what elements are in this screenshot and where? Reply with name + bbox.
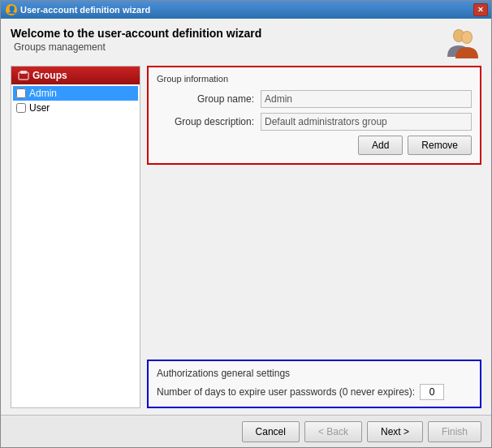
header-icon-area (442, 27, 481, 59)
auth-settings-box: Authorizations general settings Number o… (147, 360, 481, 408)
group-admin-label: Admin (29, 88, 57, 99)
title-controls: ✕ (473, 3, 488, 16)
expire-label: Number of days to expire user passwords … (157, 386, 415, 398)
spacer (147, 171, 481, 353)
bottom-bar: Cancel < Back Next > Finish (1, 415, 491, 447)
right-panel: Group information Group name: Group desc… (147, 66, 481, 408)
group-desc-label: Group description: (157, 116, 254, 127)
group-user-label: User (29, 102, 50, 114)
window-icon: 👤 (6, 4, 17, 15)
group-admin-checkbox[interactable] (16, 88, 26, 98)
left-panel-title: Groups (32, 70, 67, 81)
group-info-buttons: Add Remove (157, 136, 472, 155)
header-text: Welcome to the user-account definition w… (11, 27, 261, 53)
groups-icon (18, 70, 29, 81)
users-icon (442, 28, 481, 58)
header-section: Welcome to the user-account definition w… (11, 27, 481, 59)
group-name-label: Group name: (157, 93, 254, 105)
left-panel-header: Groups (11, 67, 140, 84)
group-user-checkbox[interactable] (16, 103, 26, 113)
group-list: Admin User (11, 84, 140, 407)
group-name-row: Group name: (157, 90, 472, 108)
group-info-title: Group information (157, 74, 472, 84)
group-desc-row: Group description: (157, 113, 472, 131)
main-area: Groups Admin User Group infor (11, 66, 481, 408)
next-button[interactable]: Next > (367, 421, 423, 442)
svg-point-3 (462, 32, 472, 43)
add-button[interactable]: Add (358, 136, 403, 155)
auth-settings-title: Authorizations general settings (157, 368, 472, 379)
page-title: Welcome to the user-account definition w… (11, 27, 261, 40)
expire-input[interactable] (420, 384, 444, 400)
cancel-button[interactable]: Cancel (242, 421, 300, 442)
main-window: 👤 User-account definition wizard ✕ Welco… (0, 0, 492, 448)
group-item-admin[interactable]: Admin (13, 86, 138, 101)
finish-button[interactable]: Finish (428, 421, 481, 442)
page-subtitle: Groups management (14, 41, 261, 53)
group-item-user[interactable]: User (13, 101, 138, 115)
content-area: Welcome to the user-account definition w… (1, 19, 491, 415)
window-title: User-account definition wizard (20, 5, 150, 15)
close-button[interactable]: ✕ (473, 3, 488, 16)
group-desc-input[interactable] (261, 113, 472, 131)
svg-rect-5 (20, 71, 27, 74)
group-info-box: Group information Group name: Group desc… (147, 66, 481, 165)
remove-button[interactable]: Remove (408, 136, 472, 155)
back-button[interactable]: < Back (304, 421, 362, 442)
group-name-input[interactable] (261, 90, 472, 108)
left-panel: Groups Admin User (11, 66, 140, 408)
title-bar: 👤 User-account definition wizard ✕ (1, 1, 491, 19)
title-bar-left: 👤 User-account definition wizard (6, 4, 150, 15)
auth-row: Number of days to expire user passwords … (157, 384, 472, 400)
